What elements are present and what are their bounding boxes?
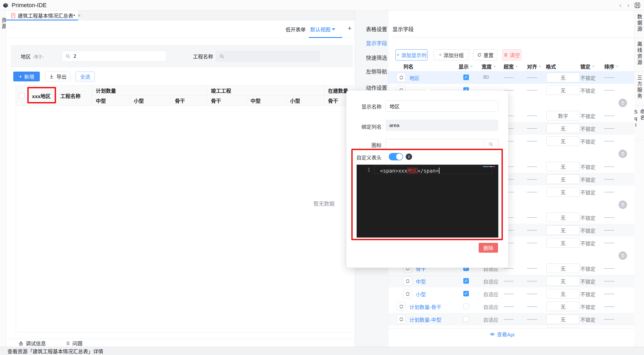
field-lock-value[interactable]: 不锁定 bbox=[580, 214, 595, 221]
field-name-link[interactable]: 中型 bbox=[416, 278, 426, 285]
field-visible-checkbox[interactable] bbox=[463, 291, 469, 296]
problems-button[interactable]: 问题 bbox=[65, 340, 83, 347]
sort-caret-icon[interactable] bbox=[592, 66, 595, 67]
field-format-button[interactable]: 无 bbox=[546, 187, 580, 197]
debug-info-button[interactable]: 调试信息 bbox=[18, 340, 46, 347]
settings-nav-item-left-navigation[interactable]: 左侧导航 bbox=[366, 68, 387, 74]
field-format-button[interactable]: 无 bbox=[546, 162, 580, 171]
swap-column-icon[interactable] bbox=[397, 73, 406, 82]
field-row[interactable]: 中型自适应————无不锁定—— bbox=[388, 275, 634, 287]
info-icon[interactable]: i bbox=[406, 154, 412, 160]
main-header-subcolumn[interactable]: 中型 bbox=[247, 95, 286, 106]
fields-header-lock[interactable]: 锁定 bbox=[580, 63, 595, 70]
fields-header-overwide[interactable]: 超宽 bbox=[504, 63, 518, 70]
field-format-button[interactable]: 数字 bbox=[546, 111, 580, 120]
delete-button[interactable]: 删除 bbox=[479, 243, 498, 253]
custom-header-code-editor[interactable]: 1 <span>xxx地区</span> bbox=[357, 165, 498, 238]
field-format-button[interactable]: 无 bbox=[546, 264, 580, 273]
add-view-button[interactable]: + bbox=[348, 24, 352, 32]
field-lock-value[interactable]: 不锁定 bbox=[580, 138, 595, 145]
field-lock-value[interactable]: 不锁定 bbox=[580, 240, 595, 247]
view-tab-default[interactable]: 默认视图 bbox=[310, 26, 335, 33]
field-format-button[interactable]: 无 bbox=[546, 124, 580, 133]
field-lock-value[interactable]: 不锁定 bbox=[580, 176, 595, 183]
sort-caret-icon[interactable] bbox=[515, 66, 518, 67]
select-all-checkbox[interactable] bbox=[19, 93, 25, 99]
sort-caret-icon[interactable] bbox=[470, 66, 473, 67]
main-header-subcolumn[interactable]: 小型 bbox=[286, 95, 324, 106]
delete-group-icon[interactable] bbox=[619, 150, 627, 158]
fields-header-align[interactable]: 对齐 bbox=[527, 63, 541, 70]
field-format-button[interactable]: 无 bbox=[546, 314, 580, 324]
field-lock-value[interactable]: 不锁定 bbox=[580, 265, 595, 272]
field-row[interactable]: 地区80————无不锁定—— bbox=[388, 71, 634, 84]
field-format-button[interactable]: 无 bbox=[546, 225, 580, 235]
nav-back-icon[interactable]: ‹ bbox=[616, 2, 624, 9]
tab-summary-table[interactable]: 建筑工程基本情况汇总表* × bbox=[6, 11, 78, 20]
delete-group-icon[interactable] bbox=[619, 99, 627, 107]
settings-nav-item-quick-filter[interactable]: 快速筛选 bbox=[366, 54, 387, 61]
select-all-button[interactable]: 全选 bbox=[76, 72, 95, 81]
main-header-area-cell[interactable]: xxx地区 bbox=[28, 86, 57, 106]
field-row[interactable]: 无 bbox=[388, 326, 634, 328]
main-header-subcolumn[interactable]: 骨干 bbox=[171, 95, 207, 106]
field-name-link[interactable]: 计划数量-中型 bbox=[409, 316, 441, 323]
main-header-subcolumn[interactable]: 小型 bbox=[130, 95, 171, 106]
field-format-button[interactable]: 无 bbox=[546, 85, 580, 95]
field-row[interactable]: 小型自适应————无不锁定—— bbox=[388, 287, 634, 300]
right-rail-item-named-sql[interactable]: 命名Sql bbox=[634, 106, 644, 141]
tab-close-icon[interactable]: × bbox=[77, 12, 81, 19]
field-name-link[interactable]: 小型 bbox=[416, 291, 426, 298]
field-format-button[interactable]: 无 bbox=[546, 136, 580, 146]
delete-group-icon[interactable] bbox=[619, 200, 627, 209]
right-rail-item-offline-resources[interactable]: 离线资源 bbox=[634, 38, 644, 72]
reset-button[interactable]: 重置 bbox=[473, 49, 497, 60]
right-rail-item-data-sources[interactable]: 数据源 bbox=[634, 11, 644, 38]
field-lock-value[interactable]: 不锁定 bbox=[580, 125, 595, 132]
sort-caret-icon[interactable] bbox=[616, 66, 619, 67]
add-group-button[interactable]: +添加分组 bbox=[434, 49, 469, 60]
field-lock-value[interactable]: 不锁定 bbox=[580, 112, 595, 120]
swap-column-icon[interactable] bbox=[397, 315, 406, 324]
fields-header-visible[interactable]: 显示 bbox=[459, 63, 473, 70]
field-visible-checkbox[interactable] bbox=[463, 316, 469, 322]
area-search-input[interactable]: 2 bbox=[62, 51, 166, 62]
swap-column-icon[interactable] bbox=[397, 302, 406, 311]
field-lock-value[interactable]: 不锁定 bbox=[580, 74, 595, 81]
settings-nav-item-display-fields[interactable]: 显示字段 bbox=[366, 39, 387, 46]
field-row[interactable]: 计划数量-中型自适应————无不锁定—— bbox=[388, 313, 634, 326]
field-visible-checkbox[interactable] bbox=[463, 278, 469, 284]
field-visible-checkbox[interactable] bbox=[463, 74, 469, 80]
field-lock-value[interactable]: 不锁定 bbox=[580, 227, 595, 234]
nav-forward-icon[interactable]: › bbox=[624, 2, 632, 9]
add-display-column-button[interactable]: +添加显示列 bbox=[395, 49, 427, 60]
custom-header-toggle[interactable] bbox=[389, 153, 403, 160]
field-format-button[interactable]: 无 bbox=[546, 276, 580, 286]
field-lock-value[interactable]: 不锁定 bbox=[580, 303, 595, 310]
field-format-button[interactable]: 无 bbox=[546, 174, 580, 184]
field-format-button[interactable]: 无 bbox=[546, 289, 580, 299]
project-search-input[interactable] bbox=[216, 51, 320, 62]
field-format-button[interactable]: 无 bbox=[546, 73, 580, 82]
icon-search-button[interactable] bbox=[483, 139, 498, 149]
field-visible-checkbox[interactable] bbox=[463, 304, 469, 309]
main-header-subcolumn[interactable]: 骨干 bbox=[207, 95, 247, 106]
fields-header-sort[interactable]: 排序 bbox=[604, 63, 619, 70]
field-lock-value[interactable]: 不锁定 bbox=[580, 316, 595, 323]
field-lock-value[interactable]: 不锁定 bbox=[580, 87, 595, 94]
view-api-link[interactable]: 查看Api bbox=[490, 331, 514, 338]
swap-column-icon[interactable] bbox=[403, 277, 412, 286]
field-format-button[interactable]: 无 bbox=[546, 238, 580, 248]
main-header-project-cell[interactable]: 工程名称 bbox=[57, 86, 92, 106]
main-header-subcolumn[interactable]: 中型 bbox=[92, 95, 130, 106]
fields-header-width[interactable]: 宽度 bbox=[482, 63, 496, 70]
chevron-down-icon[interactable] bbox=[332, 28, 335, 30]
low-code-form-link[interactable]: 低开表单 bbox=[286, 26, 306, 33]
field-lock-value[interactable]: 不锁定 bbox=[580, 278, 595, 285]
field-lock-value[interactable]: 不锁定 bbox=[580, 291, 595, 298]
swap-column-icon[interactable] bbox=[403, 289, 412, 298]
area-filter-operator[interactable]: ‹等于› bbox=[33, 54, 44, 59]
field-row[interactable]: 计划数量-骨干自适应————无不锁定—— bbox=[388, 300, 634, 313]
field-format-button[interactable]: 无 bbox=[546, 213, 580, 222]
sort-caret-icon[interactable] bbox=[539, 66, 541, 67]
